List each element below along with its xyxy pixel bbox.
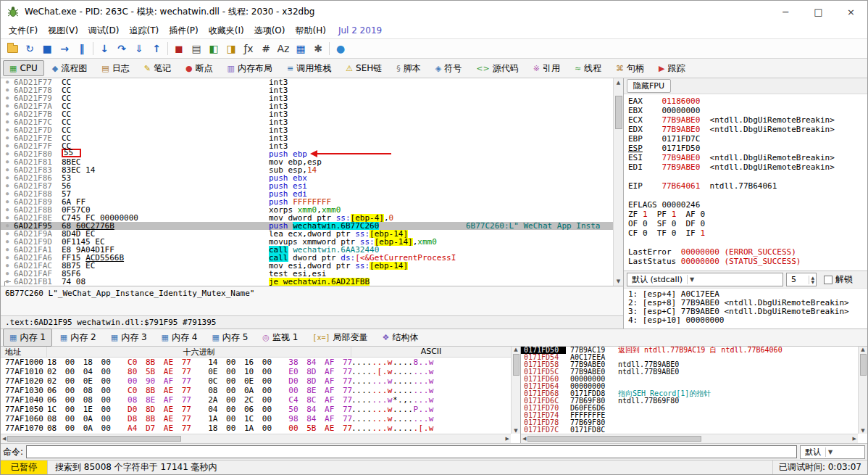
disasm-row[interactable]: ●6AD21F8653push ebx	[1, 174, 613, 182]
tab-cpu[interactable]: ▦CPU	[3, 60, 44, 76]
tab-script[interactable]: §脚本	[390, 59, 427, 78]
tab-handles[interactable]: ⌘句柄	[609, 59, 651, 78]
register-row[interactable]	[628, 191, 863, 200]
arg-count-spinner[interactable]: 5 ▲▼	[786, 273, 817, 286]
menu-trace[interactable]: 追踪(T)	[124, 23, 164, 38]
register-row[interactable]: EBX 00000000	[628, 106, 863, 115]
tab-dump-2[interactable]: ▦内存 2	[54, 329, 103, 347]
dump-row[interactable]: 77AF104006 00 08 00 08 8E AF 77 2A 00 2C…	[1, 395, 511, 405]
dump-rows[interactable]: 77AF100018 00 18 00 C0 8B AE 77 14 00 16…	[1, 358, 511, 442]
disasm-row[interactable]: ●6AD21FAF85F6test esi,esi	[1, 270, 613, 278]
breakpoint-dot[interactable]: ●	[1, 278, 14, 286]
tab-dump-5[interactable]: ▦内存 5	[205, 329, 254, 347]
comparison-button[interactable]: ◨	[222, 41, 240, 57]
breakpoint-dot[interactable]: ●	[1, 214, 14, 222]
scroll-right-icon[interactable]: ▶	[853, 436, 856, 442]
breakpoint-dot[interactable]: ●	[1, 134, 14, 142]
disasm-row[interactable]: ●6AD21F7BCCint3	[1, 110, 613, 118]
register-row[interactable]: EFLAGS 00000246	[628, 200, 863, 210]
step-into-button[interactable]: ↓	[96, 41, 113, 57]
register-row[interactable]: LastStatus 00000000 (STATUS_SUCCESS)	[628, 257, 863, 266]
breakpoint-dot[interactable]: ●	[1, 190, 14, 198]
breakpoint-dot[interactable]: ●	[1, 270, 14, 278]
breakpoint-dot[interactable]: ●	[1, 182, 14, 190]
breakpoint-dot[interactable]: ●	[1, 198, 14, 206]
command-input[interactable]	[26, 445, 797, 458]
menu-file[interactable]: 文件(F)	[4, 23, 43, 38]
scroll-down-icon[interactable]: ▼	[617, 277, 620, 286]
breakpoint-dot[interactable]: ●	[1, 150, 14, 158]
breakpoint-dot[interactable]: ●	[1, 246, 14, 254]
tab-source[interactable]: <>源代码	[470, 59, 525, 78]
breakpoint-dot[interactable]: ●	[1, 238, 14, 246]
minimize-button[interactable]: −	[769, 1, 802, 22]
scroll-up-icon[interactable]: ▲	[514, 347, 517, 352]
disasm-row[interactable]: ●6AD21F7ECCint3	[1, 134, 613, 142]
registers-list[interactable]: EAX 01186000EBX 00000000ECX 77B9ABE0 <nt…	[624, 94, 867, 270]
breakpoint-dot[interactable]: ●	[1, 174, 14, 182]
dump-row[interactable]: 77AF106008 00 0A 00 D8 8B AE 77 1A 00 1C…	[1, 414, 511, 424]
hash-button[interactable]: #	[257, 41, 275, 57]
scrollbar-thumb[interactable]	[615, 96, 622, 129]
pause-button[interactable]: ‖	[73, 41, 91, 57]
stop-button[interactable]: ■	[38, 41, 56, 57]
register-row[interactable]: CF 0 TF 0 IF 1	[628, 228, 863, 238]
dump-row[interactable]: 77AF10501C 00 1E 00 D0 8D AE 77 04 00 06…	[1, 405, 511, 414]
breakpoint-dot[interactable]: ●	[1, 118, 14, 126]
dump-row[interactable]: 77AF101002 00 04 00 80 5B AE 77 0E 00 10…	[1, 367, 511, 376]
menu-debug[interactable]: 调试(D)	[83, 23, 125, 38]
register-row[interactable]: ESI 77B9ABE0 <ntdll.DbgUiRemoteBreakin>	[628, 153, 863, 162]
stack-hscrollbar[interactable]: ◀▶	[521, 434, 858, 443]
tab-symbols[interactable]: ◈符号	[429, 59, 468, 78]
arguments-list[interactable]: 1: [esp+4] A0C17EEA2: [esp+8] 77B9ABE0 <…	[624, 288, 867, 329]
register-row[interactable]: ECX 77B9ABE0 <ntdll.DbgUiRemoteBreakin>	[628, 115, 863, 125]
hide-fpu-button[interactable]: 隐藏FPU	[627, 79, 671, 93]
disassembly-view[interactable]: ●6AD21F77CCint3●6AD21F78CCint3●6AD21F79C…	[1, 78, 613, 286]
breakpoint-dot[interactable]: ●	[1, 166, 14, 174]
scroll-up-icon[interactable]: ▲	[617, 78, 620, 87]
breakpoint-dot[interactable]: ●	[1, 254, 14, 262]
log-window-button[interactable]: ▤	[188, 41, 205, 57]
register-row[interactable]: ESP 0171FD50	[628, 144, 863, 153]
stack-vscrollbar[interactable]: ▲▼	[858, 347, 867, 434]
disasm-row[interactable]: ●6AD21F7DCCint3	[1, 126, 613, 134]
stack-row[interactable]: 0171FD7C 0171FD8C	[521, 426, 858, 434]
strings-button[interactable]: Az	[275, 41, 292, 57]
scrollbar-thumb[interactable]	[513, 354, 519, 376]
step-over-button[interactable]: ↷	[113, 41, 130, 57]
scrollbar-thumb[interactable]	[7, 436, 181, 442]
menu-view[interactable]: 视图(V)	[43, 23, 83, 38]
step-out-button[interactable]: ↑	[148, 41, 165, 57]
assistant-chat-button[interactable]: ●	[332, 41, 349, 57]
tab-log[interactable]: ▤日志	[95, 59, 135, 78]
menu-help[interactable]: 帮助(H)	[290, 23, 330, 38]
stack-rows[interactable]: 0171FD50 77B9AC19 返回到 ntdll.77B9AC19 自 n…	[521, 347, 858, 434]
tab-graph[interactable]: ◆流程图	[46, 59, 93, 78]
register-row[interactable]: EDX 77B9ABE0 <ntdll.DbgUiRemoteBreakin>	[628, 125, 863, 134]
register-row[interactable]: EIP 77B64061 ntdll.77B64061	[628, 181, 863, 191]
scrollbar-thumb[interactable]	[527, 436, 701, 442]
dump-row[interactable]: 77AF107008 00 0A 00 A4 D7 AE 77 18 00 1A…	[1, 424, 511, 433]
breakpoint-dot[interactable]: ●	[1, 206, 14, 214]
maximize-button[interactable]: □	[802, 1, 835, 22]
disasm-row[interactable]: ●6AD21F8756push esi	[1, 182, 613, 190]
menu-plugins[interactable]: 插件(P)	[164, 23, 204, 38]
trace-coverage-button[interactable]: ◼	[170, 41, 188, 57]
disasm-row[interactable]: ●6AD21F79CCint3	[1, 94, 613, 102]
patches-button[interactable]: ◧	[205, 41, 222, 57]
unlock-checkbox[interactable]: 解锁	[824, 273, 853, 286]
disasm-row[interactable]: ●6AD21F896A FFpush FFFFFFFF	[1, 198, 613, 206]
scrollbar-thumb[interactable]	[860, 354, 867, 376]
breakpoint-dot[interactable]: ●	[1, 262, 14, 270]
register-row[interactable]: ZF 1 PF 1 AF 0	[628, 210, 863, 219]
command-profile-select[interactable]: 默认 ▼	[800, 445, 865, 459]
breakpoint-dot[interactable]: ●	[1, 78, 14, 86]
settings-button[interactable]: ✱	[309, 41, 327, 57]
dump-row[interactable]: 77AF102002 00 0E 00 00 90 AF 77 0C 00 0E…	[1, 376, 511, 386]
disasm-row[interactable]: ●6AD21FB174 08je wechatwin.6AD21FBB	[1, 278, 613, 286]
tab-notes[interactable]: ✎笔记	[138, 59, 178, 78]
breakpoint-dot[interactable]: ●	[1, 158, 14, 166]
breakpoint-dot[interactable]: ●	[1, 142, 14, 150]
breakpoint-dot[interactable]: ●	[1, 102, 14, 110]
tab-breakpoints[interactable]: ●断点	[179, 59, 220, 78]
